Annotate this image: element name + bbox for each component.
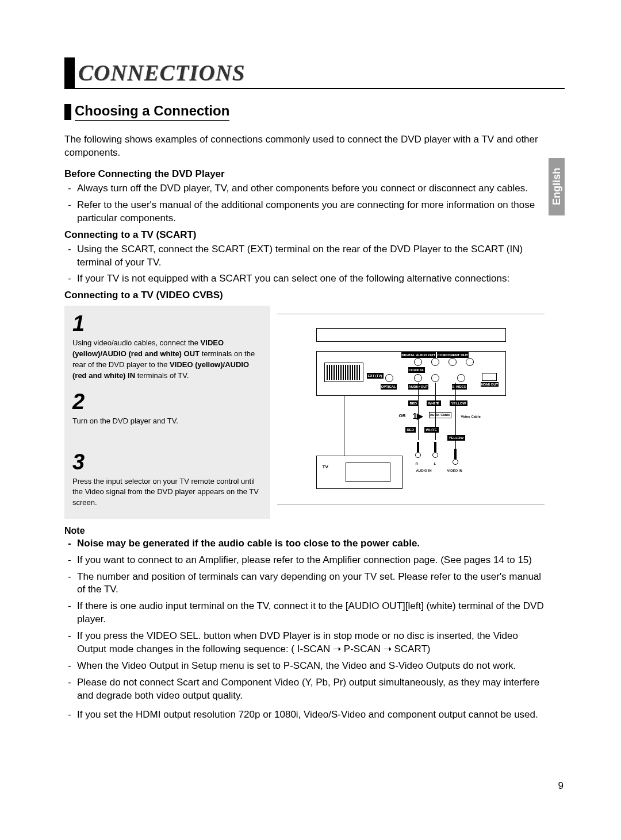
step-number: 1: [72, 313, 262, 334]
manual-page: CONNECTIONS Choosing a Connection Englis…: [0, 0, 621, 840]
rca-plug-icon: [453, 449, 458, 465]
chapter-tab-decor: [64, 57, 75, 88]
l-label: L: [434, 461, 436, 466]
bullet-text: Using the SCART, connect the SCART (EXT)…: [77, 243, 545, 269]
list-item: -Refer to the user's manual of the addit…: [64, 199, 545, 225]
list-item: -If your TV is not equipped with a SCART…: [64, 272, 545, 286]
list-item: -The number and position of terminals ca…: [64, 571, 545, 597]
list-item: -Please do not connect Scart and Compone…: [64, 676, 545, 703]
rca-plug-icon: [415, 442, 421, 458]
cable-icon: [455, 383, 456, 457]
dash-icon: -: [68, 600, 77, 626]
dash-icon: -: [68, 676, 77, 703]
or-label: OR: [399, 413, 406, 419]
component-out-label: COMPONENT OUT: [437, 352, 469, 358]
section-title: Choosing a Connection: [75, 103, 229, 121]
connection-diagram: EXT (TV) DIGITAL AUDIO OUT COAXIAL COMPO…: [277, 306, 545, 519]
language-label: English: [551, 168, 563, 205]
dash-icon: -: [68, 660, 77, 673]
subhead-scart: Connecting to a TV (SCART): [64, 229, 545, 242]
bullet-text: The number and position of terminals can…: [77, 571, 545, 597]
coaxial-label: COAXIAL: [408, 367, 425, 373]
dash-icon: -: [68, 571, 77, 597]
bullet-text: If you set the HDMI output resolution 72…: [77, 708, 545, 722]
page-number: 9: [558, 780, 564, 792]
jack-icon: [431, 374, 439, 382]
dash-icon: -: [68, 630, 77, 656]
red-label: RED: [408, 400, 419, 406]
yellow-label: YELLOW: [447, 435, 466, 441]
red-label: RED: [405, 427, 416, 433]
divider: [277, 504, 545, 504]
white-label: WHITE: [424, 427, 439, 433]
list-item: -Noise may be generated if the audio cab…: [64, 537, 545, 550]
note-heading: Note: [64, 525, 545, 537]
subhead-before-connecting: Before Connecting the DVD Player: [64, 168, 545, 181]
list-item: -If there is one audio input terminal on…: [64, 600, 545, 626]
ext-label: EXT (TV): [367, 373, 384, 379]
bullet-text: Please do not connect Scart and Componen…: [77, 676, 545, 703]
cable-icon: [418, 383, 419, 440]
audio-in-label: AUDIO IN: [416, 468, 432, 473]
jack-icon: [466, 358, 474, 366]
jack-icon: [448, 358, 457, 366]
r-label: R: [416, 461, 418, 466]
hdmi-port-icon: [482, 373, 497, 381]
video-in-label: VIDEO IN: [447, 468, 462, 473]
jack-icon: [414, 358, 422, 366]
chapter-title: CONNECTIONS: [78, 60, 246, 88]
note-bold-text: Noise may be generated if the audio cabl…: [77, 537, 545, 550]
steps-and-diagram: 1 Using video/audio cables, connect the …: [64, 306, 545, 519]
language-tab: English: [549, 158, 565, 215]
bullet-text: Always turn off the DVD player, TV, and …: [77, 182, 545, 195]
video-cable-label: Video Cable: [461, 414, 481, 419]
list-item: -If you set the HDMI output resolution 7…: [64, 708, 545, 722]
dash-icon: -: [68, 272, 77, 286]
bullet-text: If your TV is not equipped with a SCART …: [77, 272, 545, 286]
digital-audio-out-label: DIGITAL AUDIO OUT: [401, 352, 436, 358]
dash-icon: -: [68, 182, 77, 195]
step-3-text: Press the input selector on your TV remo…: [72, 476, 262, 509]
list-item: -Always turn off the DVD player, TV, and…: [64, 182, 545, 195]
step-number: 3: [72, 451, 262, 473]
rca-plug-icon: [432, 442, 438, 458]
dvd-player-top-icon: [316, 328, 506, 342]
tv-box-icon: TV: [316, 456, 402, 489]
dash-icon: -: [68, 554, 77, 567]
chapter-header: CONNECTIONS: [64, 57, 565, 89]
tv-label: TV: [323, 464, 328, 471]
tv-scart-port-icon: [346, 463, 390, 482]
jack-icon: [414, 374, 422, 382]
dash-icon: -: [68, 199, 77, 225]
yellow-label: YELLOW: [450, 400, 468, 406]
hdmi-out-label: HDMI OUT: [481, 382, 499, 387]
list-item: -If you press the VIDEO SEL. button when…: [64, 630, 545, 656]
jack-icon: [385, 374, 393, 382]
scart-pins-decor: [327, 365, 361, 380]
section-mark-decor: [64, 104, 71, 120]
subhead-video-cvbs: Connecting to a TV (VIDEO CVBS): [64, 289, 545, 302]
bullet-text: Refer to the user's manual of the additi…: [77, 199, 545, 225]
scart-cable-icon: [344, 396, 344, 456]
divider: [277, 314, 545, 314]
optical-label: OPTICAL: [381, 384, 397, 390]
white-label: WHITE: [427, 400, 441, 406]
diagram-box: EXT (TV) DIGITAL AUDIO OUT COAXIAL COMPO…: [316, 328, 506, 495]
steps-panel: 1 Using video/audio cables, connect the …: [64, 306, 270, 519]
bullet-text: If there is one audio input terminal on …: [77, 600, 545, 626]
list-item: -Using the SCART, connect the SCART (EXT…: [64, 243, 545, 269]
list-item: -If you want to connect to an Amplifier,…: [64, 554, 545, 567]
bullet-text: When the Video Output in Setup menu is s…: [77, 660, 545, 673]
intro-paragraph: The following shows examples of connecti…: [64, 133, 545, 160]
jack-icon: [431, 358, 439, 366]
dash-icon: -: [68, 537, 77, 550]
step-2-text: Turn on the DVD player and TV.: [72, 416, 262, 427]
dash-icon: -: [68, 708, 77, 722]
audio-cable-label: Audio Cable: [429, 412, 451, 418]
section-header: Choosing a Connection: [64, 103, 565, 121]
page-content: The following shows examples of connecti…: [64, 133, 545, 722]
list-item: -When the Video Output in Setup menu is …: [64, 660, 545, 673]
step-1-text: Using video/audio cables, connect the VI…: [72, 338, 262, 381]
step-number: 2: [72, 391, 262, 413]
bullet-text: If you want to connect to an Amplifier, …: [77, 554, 545, 567]
